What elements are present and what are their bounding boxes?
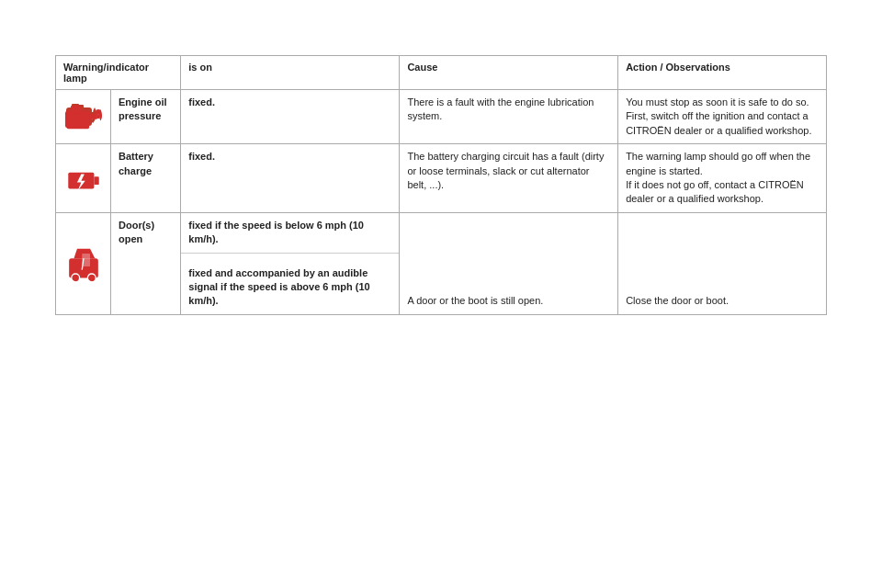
engine-oil-is-on: fixed.	[181, 90, 400, 144]
header-action: Action / Observations	[618, 56, 827, 90]
engine-oil-label-cell: Engine oilpressure	[111, 90, 181, 144]
table-row: Engine oilpressure fixed. There is a fau…	[56, 90, 827, 144]
svg-rect-12	[71, 107, 81, 114]
battery-charge-icon-cell	[56, 144, 111, 213]
battery-charge-label-cell: Battery charge	[111, 144, 181, 213]
door-open-icon	[63, 236, 104, 291]
door-sub2-cause: A door or the boot is still open.	[400, 288, 617, 313]
battery-charge-cause: The battery charging circuit has a fault…	[400, 144, 618, 213]
svg-rect-13	[89, 114, 97, 119]
svg-rect-11	[66, 111, 89, 129]
svg-point-18	[71, 274, 79, 282]
door-sub2-action: Close the door or boot.	[618, 288, 826, 313]
battery-charge-label: Battery charge	[119, 150, 173, 178]
door-open-label: Door(s) open	[119, 219, 173, 247]
battery-charge-action: The warning lamp should go off when the …	[618, 144, 827, 213]
svg-point-19	[87, 274, 96, 282]
battery-charge-icon	[63, 162, 104, 195]
door-sub1-is-on: fixed if the speed is below 6 mph (10 km…	[181, 213, 399, 254]
door-open-cause-cell: A door or the boot is still open.	[400, 212, 618, 314]
table-row: Door(s) open fixed if the speed is below…	[56, 212, 827, 314]
door-sub2-is-on: fixed and accompanied by an audible sign…	[181, 261, 399, 314]
header-warning-lamp: Warning/indicator lamp	[56, 56, 181, 90]
engine-oil-icon-cell	[56, 90, 111, 144]
header-is-on: is on	[181, 56, 400, 90]
door-open-label-cell: Door(s) open	[111, 212, 181, 314]
engine-oil-label: Engine oilpressure	[119, 96, 173, 124]
battery-charge-is-on: fixed.	[181, 144, 400, 213]
door-open-action-cell: Close the door or boot.	[618, 212, 827, 314]
door-open-is-on-cell: fixed if the speed is below 6 mph (10 km…	[181, 212, 400, 314]
header-cause: Cause	[400, 56, 618, 90]
table-row: Battery charge fixed. The battery chargi…	[56, 144, 827, 213]
engine-oil-cause: There is a fault with the engine lubrica…	[400, 90, 618, 144]
engine-oil-action: You must stop as soon it is safe to do s…	[618, 90, 827, 144]
svg-rect-15	[94, 176, 98, 185]
warning-table: Warning/indicator lamp is on Cause Actio…	[55, 55, 827, 315]
door-open-icon-cell	[56, 212, 111, 314]
